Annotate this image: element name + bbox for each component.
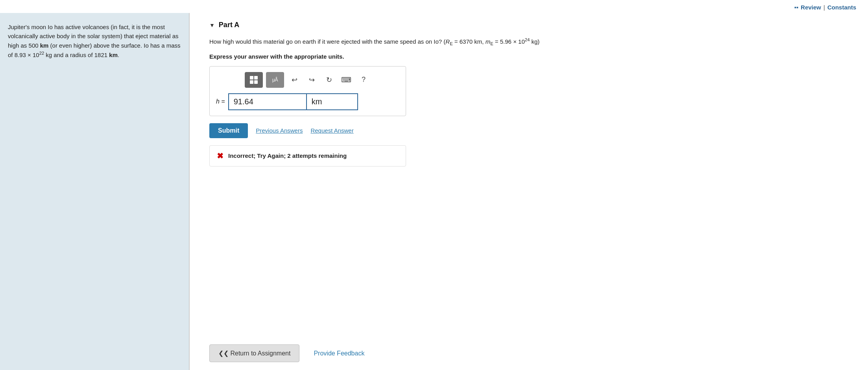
constants-link[interactable]: Constants [827, 4, 856, 11]
keyboard-icon: ⌨ [341, 76, 351, 84]
main-layout: Jupiter's moon Io has active volcanoes (… [0, 13, 868, 370]
toolbar: μÅ ↩ ↪ ↻ ⌨ ? [216, 72, 399, 88]
return-to-assignment-button[interactable]: ❮ ❮ Return to Assignment [209, 344, 299, 362]
input-row: h = [216, 93, 399, 110]
incorrect-box: ✖ Incorrect; Try Again; 2 attempts remai… [209, 145, 406, 166]
left-panel: Jupiter's moon Io has active volcanoes (… [0, 13, 189, 370]
redo-button[interactable]: ↪ [305, 73, 319, 87]
help-icon: ? [362, 76, 366, 84]
submit-button[interactable]: Submit [209, 123, 248, 138]
return-label: ❮ Return to Assignment [223, 350, 290, 357]
undo-button[interactable]: ↩ [287, 73, 301, 87]
action-row: Submit Previous Answers Request Answer [209, 123, 848, 138]
template-button[interactable] [245, 72, 263, 88]
collapse-icon[interactable]: ▼ [209, 22, 215, 28]
right-panel: ▼ Part A How high would this material go… [190, 13, 868, 370]
mu-label: μÅ [272, 77, 278, 83]
keyboard-button[interactable]: ⌨ [339, 73, 353, 87]
unit-input[interactable] [307, 93, 358, 110]
incorrect-message: Incorrect; Try Again; 2 attempts remaini… [228, 152, 347, 159]
previous-answers-link[interactable]: Previous Answers [256, 127, 303, 134]
reset-button[interactable]: ↻ [322, 73, 336, 87]
undo-icon: ↩ [292, 76, 297, 84]
provide-feedback-link[interactable]: Provide Feedback [314, 350, 364, 357]
chevron-left-icon: ❮ [218, 350, 223, 357]
express-label: Express your answer with the appropriate… [209, 53, 848, 60]
answer-box: μÅ ↩ ↪ ↻ ⌨ ? h = [209, 66, 406, 116]
review-icon: ▪▪ [794, 4, 798, 11]
input-label: h = [216, 98, 225, 105]
reset-icon: ↻ [326, 76, 332, 84]
x-icon: ✖ [217, 151, 223, 161]
problem-text: Jupiter's moon Io has active volcanoes (… [8, 22, 181, 59]
help-button[interactable]: ? [356, 73, 371, 87]
part-title: Part A [219, 21, 239, 29]
unit-button[interactable]: μÅ [266, 72, 284, 88]
top-bar: ▪▪ Review | Constants [0, 0, 868, 13]
grid-icon [250, 76, 258, 84]
top-bar-links: ▪▪ Review | Constants [794, 4, 856, 11]
request-answer-link[interactable]: Request Answer [310, 127, 353, 134]
bottom-row: ❮ ❮ Return to Assignment Provide Feedbac… [209, 337, 848, 362]
redo-icon: ↪ [309, 76, 315, 84]
separator: | [824, 4, 825, 11]
part-header: ▼ Part A [209, 21, 848, 29]
review-link[interactable]: Review [801, 4, 821, 11]
question-text: How high would this material go on earth… [209, 36, 563, 48]
value-input[interactable] [228, 93, 307, 110]
